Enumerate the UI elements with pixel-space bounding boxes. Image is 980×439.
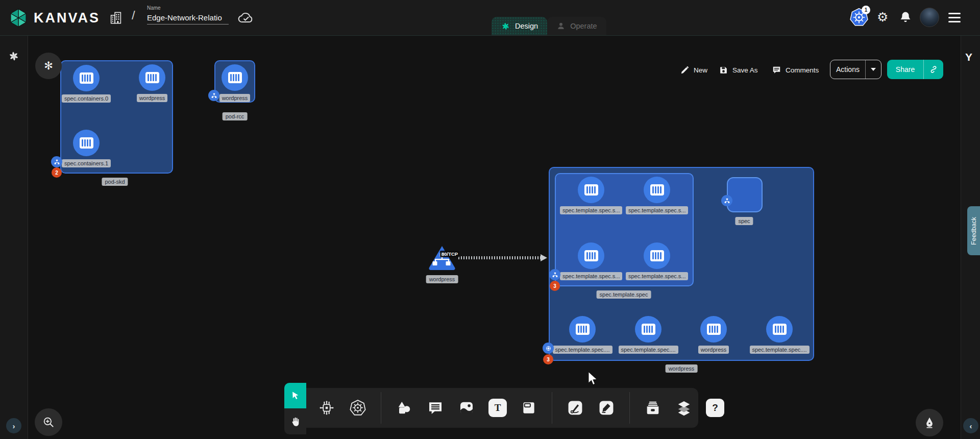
container-node[interactable]: spec.template.spec.s... bbox=[626, 242, 688, 280]
container-icon bbox=[222, 64, 248, 91]
container-icon bbox=[578, 242, 604, 269]
service-label: wordpress bbox=[426, 275, 458, 283]
save-as-label: Save As bbox=[732, 66, 758, 74]
meshery-swirl-icon[interactable] bbox=[8, 50, 20, 62]
template-relationship-badge[interactable] bbox=[549, 269, 560, 280]
container-node[interactable]: spec.template.spec.... bbox=[618, 316, 679, 354]
container-icon bbox=[73, 65, 100, 91]
node-label: wordpress bbox=[698, 346, 729, 354]
design-name-block: Name bbox=[147, 5, 229, 25]
container-node[interactable]: spec.containers.0 bbox=[56, 65, 117, 103]
feedback-tab[interactable]: Feedback bbox=[967, 206, 980, 255]
pod-skd-relationship-badge[interactable] bbox=[51, 156, 62, 167]
container-node[interactable]: wordpress bbox=[683, 316, 744, 354]
freehand-draw-tool-button[interactable] bbox=[596, 398, 617, 418]
feedback-label: Feedback bbox=[970, 217, 977, 245]
settings-gear-icon[interactable]: ⚙ bbox=[877, 10, 888, 25]
service-edge[interactable] bbox=[458, 256, 541, 259]
pen-edge-icon bbox=[567, 399, 584, 417]
mouse-cursor bbox=[586, 371, 599, 386]
save-as-button[interactable]: Save As bbox=[719, 65, 758, 75]
y-panel-icon[interactable]: Y bbox=[965, 51, 972, 63]
comment-tool-button[interactable] bbox=[425, 398, 446, 418]
spec-relationship-badge[interactable] bbox=[721, 195, 732, 206]
layers-icon bbox=[675, 399, 693, 417]
new-button[interactable]: New bbox=[680, 65, 707, 75]
image-tool-icon bbox=[458, 400, 475, 416]
edge-draw-tool-button[interactable] bbox=[565, 398, 585, 418]
components-tool-button[interactable] bbox=[316, 398, 337, 418]
pen-tool-button[interactable] bbox=[916, 409, 943, 436]
deployment-issue-badge[interactable]: 3 bbox=[543, 354, 553, 364]
group-label: wordpress bbox=[666, 364, 698, 373]
user-avatar[interactable] bbox=[920, 8, 939, 27]
note-tool-button[interactable] bbox=[519, 398, 539, 418]
toolbar-divider bbox=[381, 392, 381, 424]
help-button[interactable]: ? bbox=[705, 398, 725, 418]
container-icon bbox=[139, 64, 165, 91]
share-link-icon[interactable] bbox=[924, 65, 943, 74]
container-icon bbox=[700, 316, 727, 343]
context-count-badge: 1 bbox=[862, 6, 870, 14]
operate-tab-label: Operate bbox=[570, 22, 597, 30]
pan-tool-button[interactable] bbox=[284, 408, 306, 434]
image-tool-button[interactable] bbox=[456, 398, 477, 418]
actions-caret-icon[interactable] bbox=[866, 68, 881, 71]
actions-dropdown-button[interactable]: Actions bbox=[830, 60, 881, 79]
select-tool-button[interactable] bbox=[284, 383, 306, 408]
left-rail: › bbox=[0, 36, 28, 439]
comments-button[interactable]: Comments bbox=[772, 65, 819, 75]
pod-rcc-relationship-badge[interactable] bbox=[208, 90, 219, 101]
kanvas-logo[interactable]: KANVAS bbox=[8, 7, 100, 29]
node-label: spec.template.spec.s... bbox=[560, 206, 622, 214]
menu-hamburger-icon[interactable] bbox=[948, 13, 961, 22]
comments-label: Comments bbox=[786, 66, 819, 74]
template-issue-badge[interactable]: 3 bbox=[550, 281, 560, 291]
catalog-drawer-button[interactable] bbox=[643, 398, 663, 418]
pencil-new-icon bbox=[680, 65, 690, 75]
container-icon bbox=[569, 316, 596, 343]
zoom-search-button[interactable] bbox=[35, 408, 62, 436]
pen-nib-icon bbox=[923, 416, 936, 429]
organization-icon[interactable] bbox=[108, 9, 124, 27]
pod-skd-issue-badge[interactable]: 2 bbox=[52, 167, 62, 178]
group-label: pod-skd bbox=[102, 178, 128, 186]
node-label: spec.template.spec.... bbox=[553, 346, 612, 354]
text-tool-button[interactable]: T bbox=[487, 398, 508, 418]
service-node[interactable] bbox=[427, 244, 457, 272]
container-node[interactable]: spec.template.spec.... bbox=[552, 316, 613, 354]
logo-text: KANVAS bbox=[34, 10, 100, 26]
notifications-bell-icon[interactable] bbox=[898, 10, 913, 25]
design-name-input[interactable] bbox=[147, 12, 229, 25]
share-button[interactable]: Share bbox=[887, 60, 943, 79]
app-header: KANVAS / Name bbox=[0, 0, 980, 36]
canvas-options-button[interactable]: ✻ bbox=[35, 53, 62, 79]
container-node[interactable]: spec.template.spec.s... bbox=[560, 242, 622, 280]
magnifier-plus-icon bbox=[42, 416, 55, 429]
comment-tool-icon bbox=[427, 400, 444, 416]
expand-left-panel-button[interactable]: › bbox=[6, 418, 21, 433]
pencil-scribble-icon bbox=[598, 399, 615, 417]
tab-design[interactable]: Design bbox=[492, 17, 547, 35]
tab-operate[interactable]: Operate bbox=[547, 17, 606, 35]
node-label: spec.template.spec.... bbox=[619, 346, 678, 354]
circuit-chip-icon bbox=[318, 400, 335, 416]
container-node[interactable]: wordpress bbox=[121, 64, 183, 102]
floppy-save-icon bbox=[719, 65, 728, 75]
spec-config-node[interactable] bbox=[727, 177, 763, 212]
operate-tab-icon bbox=[556, 21, 566, 31]
layers-button[interactable] bbox=[674, 398, 694, 418]
container-node[interactable]: spec.template.spec.... bbox=[749, 316, 810, 354]
breadcrumb-separator: / bbox=[132, 8, 135, 22]
kanvas-app: KANVAS / Name bbox=[0, 0, 980, 439]
kubernetes-tool-button[interactable] bbox=[348, 398, 368, 418]
container-node[interactable]: spec.containers.1 bbox=[56, 130, 117, 167]
container-node[interactable]: spec.template.spec.s... bbox=[626, 177, 688, 214]
group-label: pod-rcc bbox=[223, 112, 248, 120]
container-icon bbox=[635, 316, 662, 343]
deployment-relationship-badge[interactable] bbox=[543, 343, 554, 354]
container-node[interactable]: spec.template.spec.s... bbox=[560, 177, 622, 214]
shapes-tool-button[interactable] bbox=[394, 398, 414, 418]
expand-right-panel-button[interactable]: ‹ bbox=[963, 418, 978, 433]
cursor-arrow-icon bbox=[290, 391, 301, 401]
